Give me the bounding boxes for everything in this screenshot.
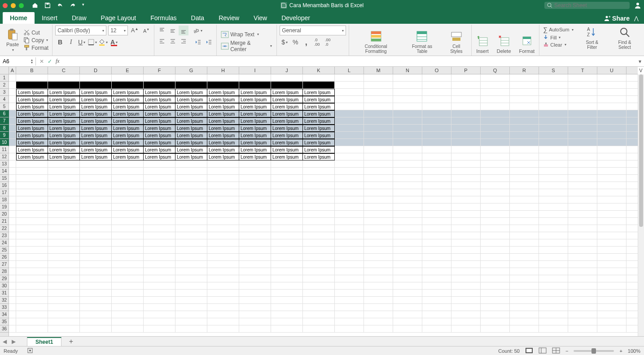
cell-K16[interactable]	[303, 182, 335, 189]
cell-F19[interactable]	[144, 203, 175, 211]
increase-indent-button[interactable]	[204, 37, 214, 47]
cell-G27[interactable]	[175, 261, 207, 268]
cell-R26[interactable]	[510, 254, 539, 261]
cell-I27[interactable]	[239, 261, 271, 268]
wrap-text-button[interactable]: Wrap Text▾	[219, 30, 274, 39]
cell-R1[interactable]	[510, 74, 539, 82]
cell-D32[interactable]	[80, 297, 112, 304]
scrollbar-thumb[interactable]	[639, 74, 643, 227]
cell-A15[interactable]	[9, 175, 16, 182]
row-10[interactable]: Lorem IpsumLorem IpsumLorem IpsumLorem I…	[9, 139, 638, 146]
cell-O26[interactable]	[422, 254, 451, 261]
cell-R23[interactable]	[510, 232, 539, 239]
prev-sheet-button[interactable]: ◀	[0, 338, 9, 345]
cell-L2[interactable]	[335, 82, 364, 89]
cell-J30[interactable]	[271, 282, 303, 290]
cell-H22[interactable]	[207, 225, 239, 232]
cell-D23[interactable]	[80, 232, 112, 239]
cell-N2[interactable]	[393, 82, 422, 89]
cell-B16[interactable]	[16, 182, 48, 189]
name-box[interactable]: A6▴▾	[0, 57, 36, 65]
row-1[interactable]	[9, 74, 638, 82]
cell-M6[interactable]	[364, 110, 393, 117]
row-header-23[interactable]: 23	[0, 232, 9, 239]
row-header-29[interactable]: 29	[0, 275, 9, 282]
cell-S24[interactable]	[539, 239, 568, 247]
cell-H9[interactable]: Lorem Ipsum	[207, 132, 239, 139]
cell-C9[interactable]: Lorem Ipsum	[48, 132, 80, 139]
cell-R15[interactable]	[510, 175, 539, 182]
font-size-combo[interactable]: 12▾	[108, 26, 128, 35]
cell-M31[interactable]	[364, 290, 393, 297]
cell-U21[interactable]	[597, 218, 626, 225]
bold-button[interactable]: B	[55, 37, 65, 47]
column-header-B[interactable]: B	[16, 67, 48, 74]
row-header-3[interactable]: 3	[0, 89, 9, 96]
column-header-T[interactable]: T	[568, 67, 597, 74]
cell-K35[interactable]	[303, 318, 335, 325]
cell-J9[interactable]: Lorem Ipsum	[271, 132, 303, 139]
cell-N12[interactable]	[393, 153, 422, 160]
cell-A16[interactable]	[9, 182, 16, 189]
cell-K1[interactable]	[303, 74, 335, 82]
cell-K24[interactable]	[303, 239, 335, 247]
cell-U36[interactable]	[597, 325, 626, 333]
cell-H36[interactable]	[207, 325, 239, 333]
cell-D2[interactable]	[80, 82, 112, 89]
cell-G13[interactable]	[175, 160, 207, 168]
cell-O15[interactable]	[422, 175, 451, 182]
cell-L7[interactable]	[335, 117, 364, 125]
fill-color-button[interactable]: ▾	[98, 37, 108, 47]
cell-J14[interactable]	[271, 168, 303, 175]
view-normal-button[interactable]	[525, 347, 533, 355]
cell-T12[interactable]	[568, 153, 597, 160]
search-input[interactable]	[554, 2, 627, 9]
cell-U30[interactable]	[597, 282, 626, 290]
cell-H21[interactable]	[207, 218, 239, 225]
row-header-5[interactable]: 5	[0, 103, 9, 110]
cell-G29[interactable]	[175, 275, 207, 282]
row-header-7[interactable]: 7	[0, 117, 9, 125]
cell-H32[interactable]	[207, 297, 239, 304]
cell-G30[interactable]	[175, 282, 207, 290]
cell-D19[interactable]	[80, 203, 112, 211]
cell-K10[interactable]: Lorem Ipsum	[303, 139, 335, 146]
align-top-button[interactable]	[157, 26, 167, 35]
cell-U16[interactable]	[597, 182, 626, 189]
row-header-20[interactable]: 20	[0, 211, 9, 218]
cell-F23[interactable]	[144, 232, 175, 239]
cell-A14[interactable]	[9, 168, 16, 175]
cell-K30[interactable]	[303, 282, 335, 290]
cell-J28[interactable]	[271, 268, 303, 275]
cell-C15[interactable]	[48, 175, 80, 182]
cell-M32[interactable]	[364, 297, 393, 304]
cell-R5[interactable]	[510, 103, 539, 110]
row-header-2[interactable]: 2	[0, 82, 9, 89]
cell-B14[interactable]	[16, 168, 48, 175]
cell-N20[interactable]	[393, 211, 422, 218]
cell-K11[interactable]: Lorem Ipsum	[303, 146, 335, 153]
column-header-G[interactable]: G	[175, 67, 207, 74]
cell-Q15[interactable]	[481, 175, 510, 182]
cell-G12[interactable]: Lorem Ipsum	[175, 153, 207, 160]
zoom-slider[interactable]	[574, 350, 614, 352]
cell-B33[interactable]	[16, 304, 48, 311]
cell-G19[interactable]	[175, 203, 207, 211]
cell-K20[interactable]	[303, 211, 335, 218]
cell-C7[interactable]: Lorem Ipsum	[48, 117, 80, 125]
cell-D25[interactable]	[80, 247, 112, 254]
cell-M23[interactable]	[364, 232, 393, 239]
cell-Q25[interactable]	[481, 247, 510, 254]
cell-Q36[interactable]	[481, 325, 510, 333]
cell-Q29[interactable]	[481, 275, 510, 282]
cell-O4[interactable]	[422, 96, 451, 103]
cell-P23[interactable]	[451, 232, 481, 239]
cell-A2[interactable]	[9, 82, 16, 89]
row-header-10[interactable]: 10	[0, 139, 9, 146]
cell-E12[interactable]: Lorem Ipsum	[112, 153, 144, 160]
cell-N35[interactable]	[393, 318, 422, 325]
cell-C3[interactable]: Lorem Ipsum	[48, 89, 80, 96]
font-name-combo[interactable]: Calibri (Body)▾	[55, 26, 106, 35]
cell-M26[interactable]	[364, 254, 393, 261]
cell-R18[interactable]	[510, 196, 539, 203]
